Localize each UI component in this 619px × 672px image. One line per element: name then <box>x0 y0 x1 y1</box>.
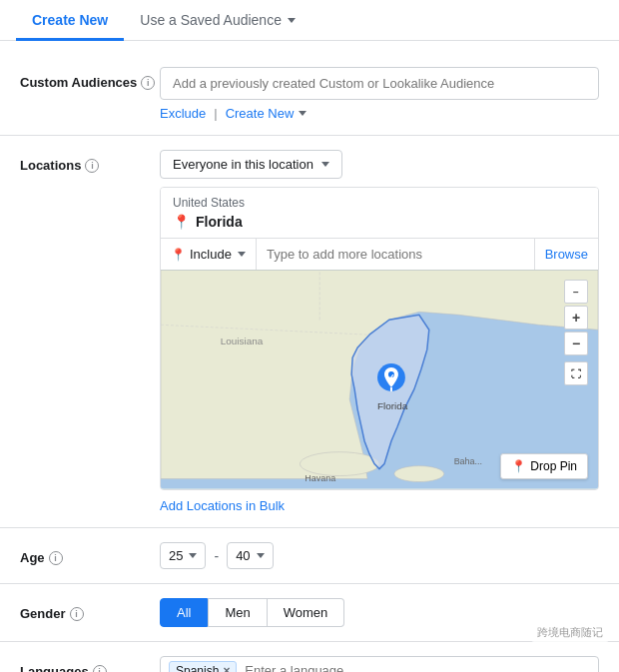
custom-audiences-control: Exclude | Create New <box>160 67 599 121</box>
map-controls: − + − ⛶ <box>564 280 588 385</box>
location-search-row: 📍 Include Browse <box>161 238 598 270</box>
locations-control: Everyone in this location United States … <box>160 150 599 513</box>
divider-2 <box>0 527 619 528</box>
svg-text:Louisiana: Louisiana <box>221 336 264 346</box>
include-pin-icon: 📍 <box>171 248 186 262</box>
gender-row: Gender i All Men Women <box>0 588 619 637</box>
tab-bar: Create New Use a Saved Audience <box>0 0 619 41</box>
audiences-links: Exclude | Create New <box>160 106 599 121</box>
include-dropdown-button[interactable]: 📍 Include <box>161 239 257 270</box>
include-chevron-icon <box>238 252 246 257</box>
gender-women-button[interactable]: Women <box>268 598 345 627</box>
locations-label: Locations i <box>20 150 160 173</box>
language-tag-close-icon[interactable]: × <box>223 664 230 672</box>
exclude-button[interactable]: Exclude <box>160 106 206 121</box>
svg-text:✓: ✓ <box>387 372 395 382</box>
create-new-link: Create New <box>226 106 308 121</box>
location-search-input[interactable] <box>257 239 534 270</box>
add-bulk-link[interactable]: Add Locations in Bulk <box>160 498 599 513</box>
locations-row: Locations i Everyone in this location Un… <box>0 140 619 523</box>
map-zoom-in-button[interactable]: + <box>564 306 588 330</box>
locations-info-icon[interactable]: i <box>85 159 99 173</box>
language-tag-spanish: Spanish × <box>169 661 237 672</box>
languages-info-icon[interactable]: i <box>93 665 107 673</box>
svg-point-3 <box>394 466 444 482</box>
drop-pin-button[interactable]: 📍 Drop Pin <box>500 453 588 479</box>
age-info-icon[interactable]: i <box>49 551 63 565</box>
age-from-dropdown[interactable]: 25 <box>160 542 206 569</box>
languages-row: Languages i Spanish × <box>0 646 619 672</box>
gender-all-button[interactable]: All <box>160 598 208 627</box>
gender-men-button[interactable]: Men <box>208 598 267 627</box>
location-box: United States 📍 Florida 📍 Include Browse <box>160 187 599 490</box>
location-selected-item: 📍 Florida <box>161 210 598 238</box>
link-separator: | <box>214 106 217 121</box>
custom-audiences-input[interactable] <box>160 67 599 100</box>
divider-1 <box>0 135 619 136</box>
custom-audiences-info-icon[interactable]: i <box>141 76 155 90</box>
divider-3 <box>0 583 619 584</box>
custom-audiences-label: Custom Audiences i <box>20 67 160 90</box>
age-label: Age i <box>20 542 160 565</box>
location-type-dropdown[interactable]: Everyone in this location <box>160 150 342 179</box>
watermark: 跨境电商随记 <box>531 623 609 642</box>
age-to-chevron-icon <box>257 553 265 558</box>
browse-button[interactable]: Browse <box>534 239 598 270</box>
map-zoom-out-button[interactable]: − <box>564 332 588 355</box>
svg-text:Baha...: Baha... <box>454 456 482 466</box>
tab-create-new[interactable]: Create New <box>16 0 124 41</box>
languages-control: Spanish × <box>160 656 599 672</box>
svg-text:Havana: Havana <box>305 473 335 483</box>
create-new-chevron-icon <box>299 111 307 116</box>
drop-pin-icon: 📍 <box>511 459 526 473</box>
age-row: Age i 25 - 40 <box>0 532 619 579</box>
age-control: 25 - 40 <box>160 542 599 569</box>
age-from-chevron-icon <box>189 553 197 558</box>
gender-label: Gender i <box>20 598 160 621</box>
age-to-dropdown[interactable]: 40 <box>227 542 273 569</box>
map-container: Louisiana Florida Havana Baha... ✓ <box>161 270 598 489</box>
language-tag-box[interactable]: Spanish × <box>160 656 599 672</box>
gender-info-icon[interactable]: i <box>70 607 84 621</box>
languages-label: Languages i <box>20 656 160 672</box>
map-expand-button[interactable]: ⛶ <box>564 361 588 385</box>
tab-use-saved[interactable]: Use a Saved Audience <box>124 0 311 41</box>
chevron-down-icon <box>288 18 296 23</box>
language-input[interactable] <box>245 661 364 672</box>
divider-4 <box>0 641 619 642</box>
create-new-button[interactable]: Create New <box>226 106 295 121</box>
custom-audiences-row: Custom Audiences i Exclude | Create New <box>0 57 619 131</box>
location-pin-icon: 📍 <box>173 214 190 230</box>
svg-text:Florida: Florida <box>377 400 408 411</box>
location-country: United States <box>161 188 598 210</box>
main-content: Custom Audiences i Exclude | Create New … <box>0 41 619 672</box>
map-scroll-up-button[interactable]: − <box>564 280 588 304</box>
location-dropdown-chevron-icon <box>321 162 329 167</box>
